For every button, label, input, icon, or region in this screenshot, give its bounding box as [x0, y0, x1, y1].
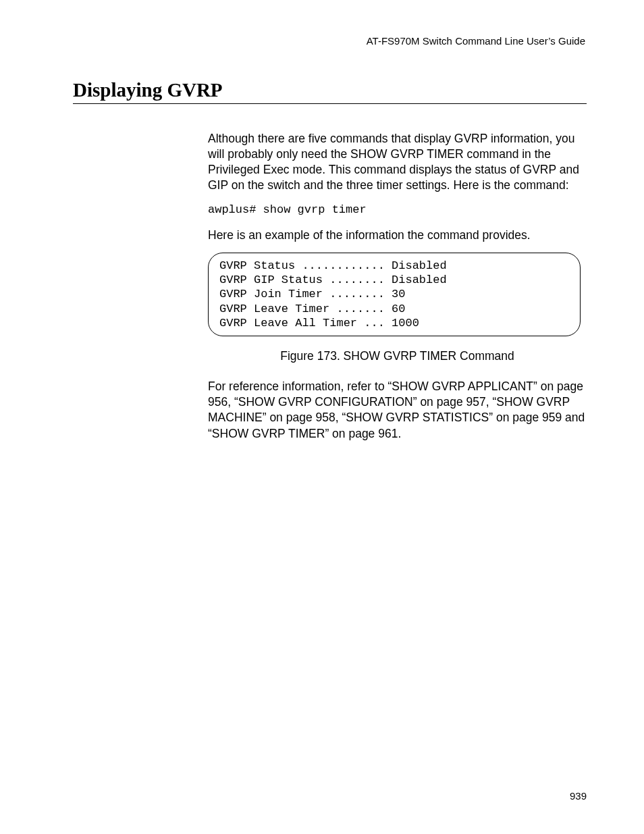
intro-paragraph: Although there are five commands that di…	[208, 131, 587, 193]
command-output-box: GVRP Status ............ Disabled GVRP G…	[208, 253, 581, 336]
figure-caption: Figure 173. SHOW GVRP TIMER Command	[208, 348, 587, 364]
command-line-example: awplus# show gvrp timer	[208, 203, 587, 217]
example-intro: Here is an example of the information th…	[208, 228, 587, 243]
section-title: Displaying GVRP	[73, 79, 587, 104]
running-header: AT-FS970M Switch Command Line User’s Gui…	[73, 35, 585, 47]
reference-paragraph: For reference information, refer to “SHO…	[208, 379, 587, 441]
body-column: Although there are five commands that di…	[208, 131, 587, 442]
page-container: AT-FS970M Switch Command Line User’s Gui…	[0, 0, 644, 834]
page-number: 939	[570, 790, 587, 802]
